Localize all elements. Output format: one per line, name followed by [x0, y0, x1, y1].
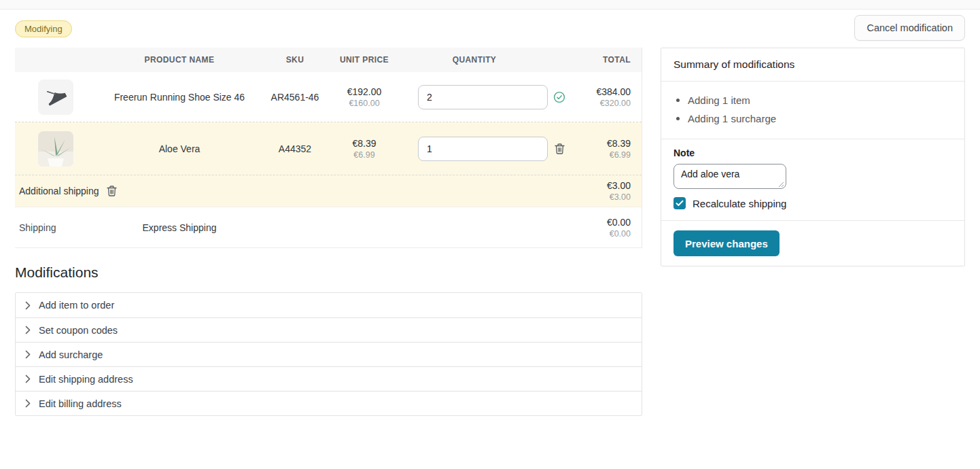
- shipping-total-gross: €0.00: [447, 217, 631, 228]
- shipping-label: Shipping: [15, 222, 97, 233]
- accordion-label: Add item to order: [39, 300, 114, 311]
- row-total-net: €320.00: [571, 99, 631, 108]
- bullet-text: Adding 1 item: [688, 94, 750, 106]
- aloe-plant-icon: [38, 131, 73, 167]
- recalculate-checkbox[interactable]: [673, 197, 686, 209]
- table-row-aloe-vera: Aloe Vera A44352 €8.39 €6.99 €8.39 €6.99: [15, 122, 642, 175]
- status-badge: Modifying: [15, 20, 72, 37]
- trash-icon[interactable]: [554, 143, 565, 155]
- summary-bullet-item: Adding 1 item: [676, 91, 952, 109]
- table-row-surcharge: Additional shipping €3.00 €3.00: [15, 175, 642, 207]
- chevron-right-icon: [25, 326, 31, 334]
- unit-price-net: €160.00: [328, 99, 401, 108]
- product-sku: A44352: [262, 143, 328, 154]
- bullet-dot: [676, 99, 680, 102]
- row-total-gross: €384.00: [571, 86, 631, 97]
- accordion-add-surcharge[interactable]: Add surcharge: [16, 342, 642, 366]
- chevron-right-icon: [25, 399, 31, 408]
- top-bar: [0, 0, 980, 10]
- summary-title: Summary of modifications: [661, 48, 964, 82]
- accordion-add-item-to-order[interactable]: Add item to order: [16, 293, 642, 317]
- order-items-table: PRODUCT NAME SKU UNIT PRICE QUANTITY TOT…: [15, 48, 642, 248]
- chevron-right-icon: [25, 350, 31, 359]
- surcharge-label: Additional shipping: [19, 186, 99, 196]
- accordion-label: Set coupon codes: [39, 325, 118, 336]
- surcharge-total-gross: €3.00: [602, 180, 631, 191]
- header-quantity: QUANTITY: [401, 55, 548, 65]
- unit-price-net: €6.99: [328, 150, 401, 160]
- modifications-accordion: Add item to order Set coupon codes Add s…: [15, 292, 642, 416]
- unit-price-gross: €192.00: [328, 86, 401, 97]
- accordion-label: Edit shipping address: [39, 374, 133, 385]
- row-total-net: €6.99: [571, 150, 631, 160]
- table-row-shipping: Shipping Express Shipping €0.00 €0.00: [15, 207, 642, 248]
- sneaker-icon: [41, 82, 71, 112]
- shipping-total-net: €0.00: [447, 229, 631, 239]
- accordion-set-coupon-codes[interactable]: Set coupon codes: [16, 317, 642, 342]
- header-sku: SKU: [262, 55, 328, 65]
- quantity-input[interactable]: [418, 137, 548, 161]
- shipping-method: Express Shipping: [97, 222, 262, 233]
- accordion-label: Add surcharge: [39, 349, 103, 360]
- row-total-gross: €8.39: [571, 138, 631, 149]
- note-label: Note: [673, 147, 952, 158]
- accordion-edit-billing-address[interactable]: Edit billing address: [16, 391, 642, 415]
- note-textarea[interactable]: Add aloe vera: [673, 164, 786, 189]
- product-image-aloe: [38, 131, 73, 167]
- check-circle-icon: [553, 91, 565, 103]
- quantity-input[interactable]: [418, 85, 548, 109]
- product-name: Aloe Vera: [97, 143, 262, 154]
- header-product-name: PRODUCT NAME: [97, 55, 262, 65]
- header-unit-price: UNIT PRICE: [328, 55, 401, 65]
- table-row-shoe: Freerun Running Shoe Size 46 AR4561-46 €…: [15, 72, 642, 122]
- chevron-right-icon: [25, 301, 31, 310]
- product-sku: AR4561-46: [262, 92, 328, 103]
- modifications-title: Modifications: [15, 264, 642, 281]
- summary-bullet-item: Adding 1 surcharge: [676, 109, 952, 128]
- product-image-shoe: [38, 80, 73, 115]
- checkmark-icon: [676, 200, 684, 207]
- table-header-row: PRODUCT NAME SKU UNIT PRICE QUANTITY TOT…: [15, 48, 642, 72]
- bullet-dot: [676, 117, 680, 120]
- recalculate-shipping-row[interactable]: Recalculate shipping: [673, 197, 952, 209]
- header-total: TOTAL: [571, 55, 642, 65]
- accordion-edit-shipping-address[interactable]: Edit shipping address: [16, 366, 642, 391]
- summary-bullet-list: Adding 1 item Adding 1 surcharge: [661, 82, 964, 139]
- trash-icon[interactable]: [106, 185, 118, 197]
- product-name: Freerun Running Shoe Size 46: [97, 92, 262, 103]
- cancel-modification-button[interactable]: Cancel modification: [854, 15, 965, 41]
- preview-changes-button[interactable]: Preview changes: [673, 230, 780, 256]
- bullet-text: Adding 1 surcharge: [688, 113, 776, 124]
- chevron-right-icon: [25, 375, 31, 383]
- summary-of-modifications-card: Summary of modifications Adding 1 item A…: [661, 48, 965, 266]
- recalculate-label: Recalculate shipping: [693, 198, 786, 209]
- accordion-label: Edit billing address: [39, 398, 122, 409]
- surcharge-total-net: €3.00: [602, 192, 631, 202]
- note-section: Note Add aloe vera Recalculate shipping: [661, 139, 964, 221]
- order-items-section: PRODUCT NAME SKU UNIT PRICE QUANTITY TOT…: [15, 48, 642, 416]
- unit-price-gross: €8.39: [328, 138, 401, 149]
